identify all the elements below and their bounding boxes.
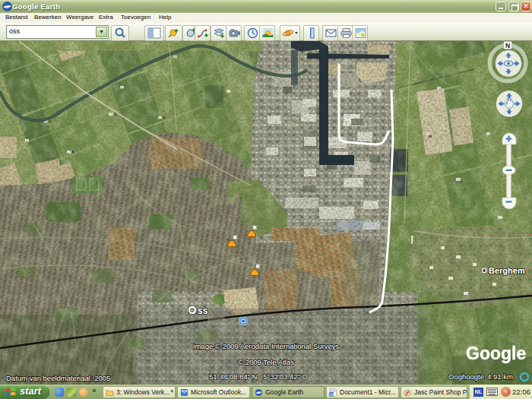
svg-text:Datum van beeldmateriaal: 2005: Datum van beeldmateriaal: 2005 bbox=[6, 374, 110, 382]
svg-text:N: N bbox=[505, 42, 510, 49]
svg-text:© 2009 Tele Atlas: © 2009 Tele Atlas bbox=[238, 358, 294, 366]
svg-text:Image © 2009 Aerodata Internat: Image © 2009 Aerodata International Surv… bbox=[193, 342, 340, 350]
svg-text:Berghem: Berghem bbox=[489, 266, 525, 275]
svg-text:4.91 km: 4.91 km bbox=[487, 372, 513, 381]
svg-text:W: W bbox=[330, 392, 334, 397]
svg-text:Google: Google bbox=[466, 344, 526, 363]
svg-text:Ooghoogte: Ooghoogte bbox=[448, 372, 484, 381]
svg-text:51°46'08.84" N 5°32'03.42" O: 51°46'08.84" N 5°32'03.42" O bbox=[209, 372, 308, 381]
svg-text:ss: ss bbox=[198, 306, 208, 316]
svg-text:2009: 2009 bbox=[454, 350, 467, 355]
